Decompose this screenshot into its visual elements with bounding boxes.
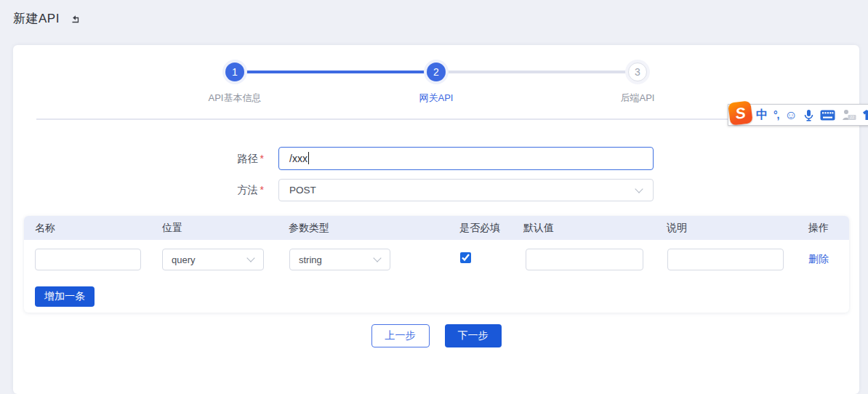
step-1-circle[interactable]: 1 (225, 63, 244, 81)
param-name-input[interactable] (35, 249, 141, 270)
section-divider (36, 118, 837, 120)
page-title: 新建API (13, 10, 60, 27)
cross-screen-input-icon[interactable]: 22 (841, 109, 856, 121)
voice-input-icon[interactable] (803, 109, 814, 121)
wizard-footer: 上一步 下一步 (13, 324, 859, 347)
ime-icon-row: 中 °, ☺ 22 (756, 105, 868, 125)
chinese-mode-icon[interactable]: 中 (756, 109, 768, 121)
params-table-header: 名称 位置 参数类型 是否必填 默认值 说明 操作 (24, 216, 849, 240)
prev-step-button[interactable]: 上一步 (371, 324, 430, 347)
chevron-down-icon (635, 185, 643, 193)
stepper-connector-done (241, 71, 429, 73)
col-location: 位置 (162, 222, 182, 235)
page-root: { "page": { "title": "新建API" }, "stepper… (0, 0, 868, 394)
col-desc: 说明 (667, 222, 687, 235)
param-default-input[interactable] (526, 249, 643, 270)
required-mark: * (260, 153, 264, 164)
path-input[interactable] (278, 147, 654, 170)
text-caret (308, 152, 309, 164)
step-2-label: 网关API (371, 92, 502, 105)
params-table: 名称 位置 参数类型 是否必填 默认值 说明 操作 query string 删… (24, 216, 849, 313)
step-2-number: 2 (433, 66, 439, 78)
sogou-logo-icon[interactable]: S (728, 100, 753, 126)
ime-toolbar: S 中 °, ☺ 22 (728, 104, 868, 126)
param-location-select[interactable]: query (162, 249, 264, 270)
chevron-down-icon (246, 254, 254, 262)
svg-text:22: 22 (850, 115, 854, 119)
step-2-circle[interactable]: 2 (427, 63, 446, 81)
col-required: 是否必填 (459, 222, 500, 235)
step-3-number: 3 (635, 66, 640, 78)
method-select-value: POST (289, 185, 316, 196)
required-mark: * (260, 184, 264, 196)
param-desc-input[interactable] (667, 249, 784, 270)
next-step-button[interactable]: 下一步 (445, 324, 502, 347)
step-3-circle[interactable]: 3 (628, 63, 647, 81)
col-default: 默认值 (523, 222, 554, 235)
method-label: 方法* (184, 184, 264, 197)
param-type-value: string (299, 254, 322, 265)
delete-row-link[interactable]: 删除 (808, 253, 829, 266)
wizard-card: 1 2 3 API基本信息 网关API 后端API 路径* 方法* POST 名… (13, 45, 859, 394)
method-select[interactable]: POST (278, 179, 654, 201)
path-label: 路径* (184, 153, 264, 166)
top-bar: 新建API (13, 10, 81, 27)
step-1-label: API基本信息 (169, 92, 300, 105)
virtual-keyboard-icon[interactable] (820, 110, 835, 121)
skin-center-icon[interactable] (862, 109, 868, 121)
param-type-select[interactable]: string (289, 249, 390, 270)
step-1-number: 1 (232, 66, 238, 78)
chevron-down-icon (373, 254, 381, 262)
emoji-panel-icon[interactable]: ☺ (785, 109, 797, 121)
param-location-value: query (172, 254, 196, 265)
col-action: 操作 (808, 222, 829, 235)
punctuation-mode-icon[interactable]: °, (773, 110, 779, 120)
stepper-connector-todo (443, 71, 631, 73)
back-undo-icon[interactable] (70, 13, 81, 25)
param-required-checkbox[interactable] (460, 252, 471, 263)
col-name: 名称 (35, 222, 55, 235)
col-type: 参数类型 (289, 222, 329, 235)
step-3-label: 后端API (572, 92, 703, 105)
add-row-button[interactable]: 增加一条 (35, 286, 95, 307)
